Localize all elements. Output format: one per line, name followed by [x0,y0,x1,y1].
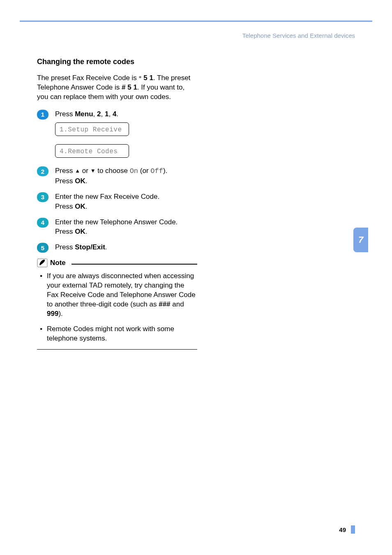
step-body: Press ▲ or ▼ to choose On (or Off). Pres… [55,166,197,186]
step2-text: to choose [96,167,130,175]
step1-menu: Menu [75,110,93,118]
note-icon [37,258,48,267]
lcd-display: 4.Remote Codes [55,144,129,158]
step2-text: or [80,167,90,175]
step-body: Enter the new Fax Receive Code. Press OK… [55,192,197,212]
page-footer: 49 [339,525,355,534]
lcd-text: 4.Remote Codes [60,148,118,155]
step3-ok: OK [75,203,85,210]
intro-text: The preset Fax Receive Code is [37,74,139,82]
step5-text: Press [55,243,75,251]
note-item: Remote Codes might not work with some te… [44,325,197,343]
step-4: 4 Enter the new Telephone Answer Code. P… [37,217,197,237]
up-arrow-icon: ▲ [75,168,80,174]
step1-key: 4 [113,110,116,118]
header-section-label: Telephone Services and External devices [242,32,355,39]
note-label: Note [50,259,66,267]
step1-key: 2 [97,110,101,118]
asterisk-symbol: * [139,75,142,81]
step-2: 2 Press ▲ or ▼ to choose On (or Off). Pr… [37,166,197,186]
step2-text: Press [55,167,75,175]
step-number-badge: 1 [37,110,48,120]
lcd-text: 1.Setup Receive [60,126,122,134]
step4-text: Enter the new Telephone Answer Code. [55,218,178,226]
note-header: Note [37,258,197,267]
section-title: Changing the remote codes [37,58,197,66]
step2-text: Press [55,177,75,185]
step1-text: , [93,110,97,118]
step2-text: (or [138,167,150,175]
step4-ok: OK [75,228,85,235]
note-body: If you are always disconnected when acce… [37,272,197,343]
step1-text: . [116,110,118,118]
step1-text: , [101,110,105,118]
note-text: and [171,300,184,308]
step-3: 3 Enter the new Fax Receive Code. Press … [37,192,197,212]
step3-text: Press [55,203,75,210]
note-bold: 999 [47,310,58,318]
step-number-badge: 2 [37,166,48,176]
step-body: Enter the new Telephone Answer Code. Pre… [55,217,197,237]
step-number-badge: 4 [37,218,48,228]
note-bottom-rule [37,349,197,350]
step2-text: ). [163,167,167,175]
step-number-badge: 3 [37,192,48,202]
step5-stopexit: Stop/Exit [75,243,105,251]
step2-option-off: Off [150,167,163,175]
step-body: Press Stop/Exit. [55,242,197,252]
step3-text: Enter the new Fax Receive Code. [55,193,159,200]
page-number: 49 [339,526,346,533]
intro-paragraph: The preset Fax Receive Code is * 5 1. Th… [37,74,197,102]
step-body: Press Menu, 2, 1, 4. 1.Setup Receive 4.R… [55,109,197,161]
note-text: ). [58,310,62,318]
step-number-badge: 5 [37,243,48,253]
step2-text: . [85,177,88,185]
step2-ok: OK [75,177,85,185]
step-1: 1 Press Menu, 2, 1, 4. 1.Setup Receive 4… [37,109,197,161]
note-item: If you are always disconnected when acce… [44,272,197,319]
top-accent-bar [20,21,372,22]
down-arrow-icon: ▼ [90,168,96,174]
step1-text: , [108,110,112,118]
content-column: Changing the remote codes The preset Fax… [37,58,197,350]
step4-text: Press [55,228,75,235]
step-5: 5 Press Stop/Exit. [37,242,197,253]
step1-key: 1 [105,110,108,118]
step4-text: . [85,228,88,235]
footer-accent-block [351,525,355,534]
lcd-display: 1.Setup Receive [55,122,129,136]
step3-text: . [85,203,88,210]
intro-code2: # 5 1 [122,83,137,91]
note-text: Remote Codes might not work with some te… [47,325,174,342]
intro-code1: 5 1 [142,74,153,82]
step5-text: . [105,243,107,251]
chapter-tab: 7 [353,228,368,252]
step1-text: Press [55,110,75,118]
note-top-rule [71,264,197,265]
step2-option-on: On [130,167,138,175]
note-bold: ### [159,300,170,308]
